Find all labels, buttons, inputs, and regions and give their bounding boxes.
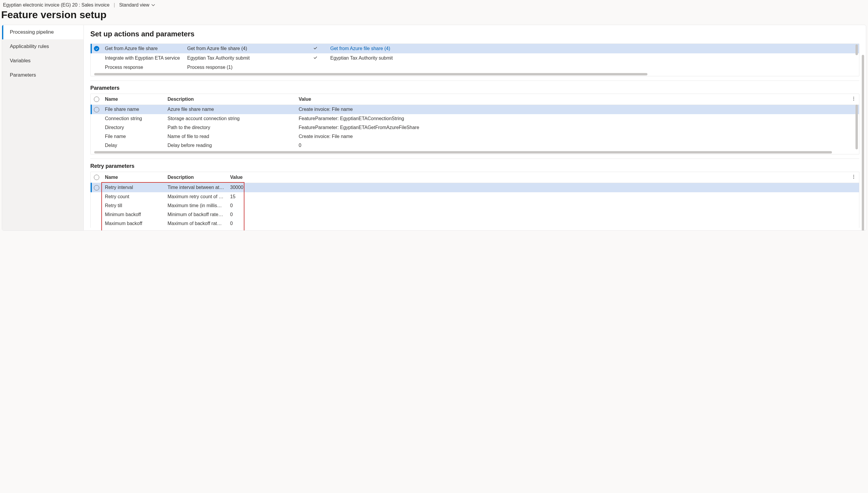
parameters-header-row: Name Description Value [91,94,859,105]
retry-name: Retry till [102,201,165,210]
retry-value: 0 [227,201,246,210]
retry-row[interactable]: Retry till Maximum time (in millise… 0 [91,201,859,210]
action-desc: Egyptian Tax Authority submit [184,53,303,63]
col-name[interactable]: Name [102,94,165,105]
actions-row[interactable]: Get from Azure file share Get from Azure… [91,44,859,53]
param-value: Create invoice: File name [296,105,848,114]
content-card: Processing pipeline Applicability rules … [2,25,866,231]
retry-value: 15 [227,192,246,201]
retry-header-row: Name Description Value [91,172,859,183]
retry-row[interactable]: Retry count Maximum retry count of a… 15 [91,192,859,201]
svg-point-0 [853,97,854,98]
breadcrumb-text: Egyptian electronic invoice (EG) 20 : Sa… [3,2,110,8]
actions-vscroll[interactable] [855,44,858,55]
retry-value: 30000 [227,183,246,192]
retry-name: Minimum backoff [102,210,165,219]
sidebar-item-processing-pipeline[interactable]: Processing pipeline [2,25,84,39]
sidebar-item-parameters[interactable]: Parameters [2,68,84,82]
row-radio[interactable] [94,185,99,191]
param-value: FeatureParameter: EgyptianETAConnectionS… [296,114,848,123]
view-selector-label: Standard view [119,2,149,8]
col-value[interactable]: Value [296,94,848,105]
actions-section-title: Set up actions and parameters [90,30,859,38]
param-desc: Path to the directory [165,123,296,132]
col-value[interactable]: Value [227,172,246,183]
param-name: File name [102,132,165,141]
svg-point-4 [853,176,854,177]
retry-row[interactable]: Minimum backoff Minimum of backoff rate … [91,210,859,219]
col-description[interactable]: Description [165,94,296,105]
sidebar-item-applicability-rules[interactable]: Applicability rules [2,39,84,53]
param-name: Connection string [102,114,165,123]
param-desc: Azure file share name [165,105,296,114]
action-name: Get from Azure file share [102,44,184,53]
parameters-row[interactable]: File share name Azure file share name Cr… [91,105,859,114]
retry-section-title: Retry parameters [90,163,859,169]
page-title: Feature version setup [0,8,868,25]
param-name: Directory [102,123,165,132]
param-desc: Storage account connection string [165,114,296,123]
param-value: 0 [296,141,848,150]
action-name: Integrate with Egyptian ETA service [102,53,184,63]
breadcrumb-divider: | [114,2,115,8]
check-icon [313,56,318,61]
col-name[interactable]: Name [102,172,165,183]
sidebar-item-label: Parameters [10,72,36,78]
param-value: FeatureParameter: EgyptianETAGetFromAzur… [296,123,848,132]
retry-row[interactable]: Maximum backoff Maximum of backoff rate … [91,219,859,228]
svg-point-2 [853,100,854,101]
retry-grid: Name Description Value Retry interval Ti… [90,172,859,228]
param-desc: Delay before reading [165,141,296,150]
retry-value: 0 [227,210,246,219]
select-all-radio[interactable] [94,175,99,180]
action-link [327,63,859,72]
parameters-hscroll[interactable] [91,151,859,154]
param-name: Delay [102,141,165,150]
sidebar-item-label: Applicability rules [10,44,49,49]
breadcrumb-bar: Egyptian electronic invoice (EG) 20 : Sa… [0,0,868,8]
action-link[interactable]: Get from Azure file share (4) [327,44,859,53]
section-divider [90,81,859,81]
main-panel: Set up actions and parameters Get from A… [84,25,866,230]
svg-point-3 [853,175,854,175]
retry-row[interactable]: Retry interval Time interval between att… [91,183,859,192]
select-all-radio[interactable] [94,97,99,102]
more-icon[interactable] [851,175,856,180]
retry-desc: Maximum retry count of a… [165,192,227,201]
parameters-vscroll[interactable] [855,105,858,149]
chevron-down-icon [151,3,155,7]
sidebar-item-variables[interactable]: Variables [2,53,84,68]
actions-row[interactable]: Integrate with Egyptian ETA service Egyp… [91,53,859,63]
sidebar: Processing pipeline Applicability rules … [2,25,84,230]
action-name: Process response [102,63,184,72]
main-vscroll[interactable] [862,55,864,231]
parameters-section-title: Parameters [90,85,859,91]
section-divider [90,158,859,159]
sidebar-item-label: Processing pipeline [10,29,53,35]
param-name: File share name [102,105,165,114]
row-radio[interactable] [94,107,99,112]
action-desc: Get from Azure file share (4) [184,44,303,53]
more-icon[interactable] [851,97,856,102]
parameters-grid: Name Description Value File share name A… [90,93,859,154]
view-selector[interactable]: Standard view [119,2,155,8]
retry-name: Retry interval [102,183,165,192]
retry-value: 0 [227,219,246,228]
action-link[interactable]: Egyptian Tax Authority submit [327,53,859,63]
actions-row[interactable]: Process response Process response (1) [91,63,859,72]
retry-desc: Time interval between att… [165,183,227,192]
parameters-row[interactable]: Delay Delay before reading 0 [91,141,859,150]
parameters-row[interactable]: Connection string Storage account connec… [91,114,859,123]
parameters-row[interactable]: Directory Path to the directory FeatureP… [91,123,859,132]
retry-desc: Maximum time (in millise… [165,201,227,210]
row-selected-icon[interactable] [94,46,99,51]
actions-hscroll[interactable] [91,72,859,76]
col-description[interactable]: Description [165,172,227,183]
retry-name: Maximum backoff [102,219,165,228]
retry-name: Retry count [102,192,165,201]
retry-desc: Minimum of backoff rate … [165,210,227,219]
parameters-row[interactable]: File name Name of file to read Create in… [91,132,859,141]
action-desc: Process response (1) [184,63,303,72]
svg-point-5 [853,178,854,178]
param-value: Create invoice: File name [296,132,848,141]
